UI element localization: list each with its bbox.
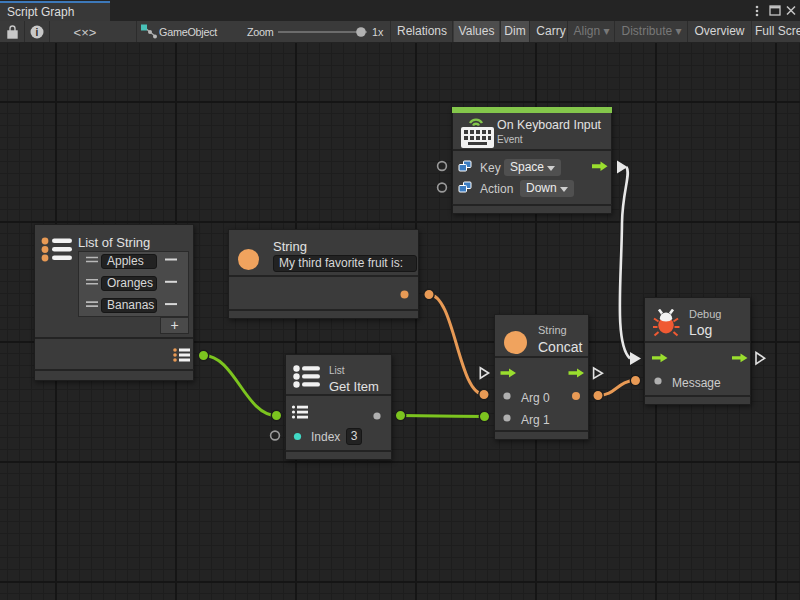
svg-text:<×>: <×> [74,25,97,40]
svg-text:i: i [36,27,39,38]
